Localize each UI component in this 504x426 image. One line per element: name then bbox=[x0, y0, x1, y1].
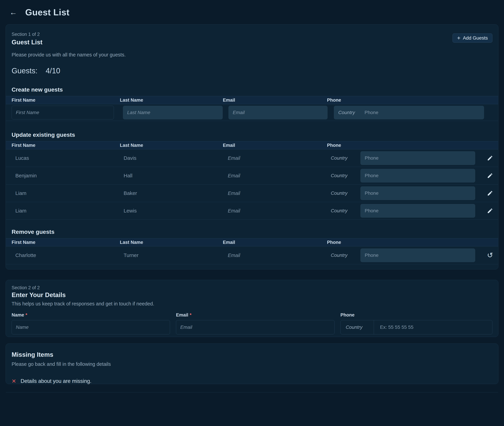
guests-counter: Guests: 4/10 bbox=[12, 66, 492, 75]
email-label-text: Email bbox=[176, 312, 188, 318]
country-select[interactable]: Country bbox=[341, 320, 374, 334]
arrow-left-icon: ← bbox=[10, 8, 17, 16]
column-header-email: Email bbox=[223, 143, 327, 148]
create-guests-heading: Create new guests bbox=[12, 86, 492, 93]
country-select[interactable]: Country bbox=[327, 191, 360, 196]
pencil-icon bbox=[487, 173, 493, 179]
update-guests-table: First Name Last Name Email Phone Lucas D… bbox=[6, 141, 498, 220]
guests-label: Guests: bbox=[12, 66, 37, 75]
your-details-card: Section 2 of 2 Enter Your Details This h… bbox=[6, 280, 498, 337]
country-select[interactable]: Country bbox=[334, 110, 364, 115]
your-phone-input[interactable] bbox=[374, 320, 492, 334]
new-last-name-input[interactable] bbox=[123, 106, 223, 119]
guest-email-placeholder: Email bbox=[223, 191, 327, 196]
edit-guest-button[interactable] bbox=[486, 206, 494, 215]
country-select[interactable]: Country bbox=[327, 173, 360, 178]
guest-email-placeholder: Email bbox=[223, 155, 327, 161]
missing-items-title: Missing Items bbox=[12, 344, 492, 358]
guest-last-name: Baker bbox=[120, 190, 223, 196]
guest-email-placeholder: Email bbox=[223, 173, 327, 178]
table-footer bbox=[6, 264, 498, 271]
guests-count: 4/10 bbox=[46, 66, 60, 75]
country-select[interactable]: Country bbox=[327, 208, 360, 213]
column-header-last-name: Last Name bbox=[120, 240, 223, 245]
remove-guests-heading: Remove guests bbox=[12, 228, 492, 235]
table-header-row: First Name Last Name Email Phone bbox=[6, 96, 498, 104]
create-guest-row: Country bbox=[6, 104, 498, 121]
add-guests-button[interactable]: + Add Guests bbox=[453, 33, 492, 43]
section-indicator: Section 1 of 2 bbox=[12, 25, 492, 37]
guest-phone-input[interactable] bbox=[360, 248, 475, 262]
guest-first-name: Charlotte bbox=[6, 252, 120, 258]
undo-icon: ↺ bbox=[487, 252, 493, 259]
guest-phone-input[interactable] bbox=[360, 151, 475, 165]
back-button[interactable]: ← bbox=[8, 7, 18, 17]
guest-row: Liam Lewis Email Country bbox=[6, 202, 498, 220]
guest-row: Lucas Davis Email Country bbox=[6, 149, 498, 167]
new-first-name-input[interactable] bbox=[12, 106, 114, 119]
column-header-first-name: First Name bbox=[6, 98, 120, 103]
guest-phone-input[interactable] bbox=[360, 204, 475, 218]
guest-row: Charlotte Turner Email Country ↺ bbox=[6, 246, 498, 264]
phone-label-text: Phone bbox=[341, 312, 355, 318]
error-x-icon: ✕ bbox=[12, 378, 16, 384]
create-guests-table: First Name Last Name Email Phone Country bbox=[6, 96, 498, 121]
pencil-icon bbox=[487, 190, 493, 196]
missing-item-text: Details about you are missing. bbox=[21, 378, 91, 384]
guest-last-name: Turner bbox=[120, 252, 223, 258]
column-header-phone: Phone bbox=[327, 98, 482, 103]
guest-last-name: Davis bbox=[120, 155, 223, 161]
guest-email-placeholder: Email bbox=[223, 253, 327, 258]
guest-first-name: Benjamin bbox=[6, 173, 120, 178]
column-header-email: Email bbox=[223, 98, 327, 103]
phone-label: Phone bbox=[341, 312, 492, 318]
guest-list-card: Section 1 of 2 Guest List + Add Guests P… bbox=[6, 24, 498, 270]
section-indicator: Section 2 of 2 bbox=[12, 280, 492, 291]
update-guests-heading: Update existing guests bbox=[12, 131, 492, 138]
required-marker: * bbox=[189, 312, 191, 318]
country-select[interactable]: Country bbox=[327, 253, 360, 258]
remove-guests-table: First Name Last Name Email Phone Charlot… bbox=[6, 238, 498, 271]
edit-guest-button[interactable] bbox=[486, 171, 494, 180]
name-label-text: Name bbox=[12, 312, 24, 318]
guest-phone-input[interactable] bbox=[360, 186, 475, 200]
page-title: Guest List bbox=[25, 7, 69, 17]
plus-icon: + bbox=[457, 35, 461, 41]
your-email-input[interactable] bbox=[176, 320, 334, 334]
edit-guest-button[interactable] bbox=[486, 189, 494, 198]
column-header-last-name: Last Name bbox=[120, 143, 223, 148]
column-header-phone: Phone bbox=[327, 143, 482, 148]
card-description: Please provide us with all the names of … bbox=[12, 52, 492, 58]
pencil-icon bbox=[487, 155, 493, 161]
guest-last-name: Hall bbox=[120, 173, 223, 178]
guest-first-name: Liam bbox=[6, 208, 120, 214]
card-title: Enter Your Details bbox=[12, 291, 492, 298]
missing-item: ✕ Details about you are missing. bbox=[12, 378, 492, 384]
edit-guest-button[interactable] bbox=[486, 154, 494, 163]
your-phone-field: Country bbox=[341, 320, 492, 334]
guest-row: Benjamin Hall Email Country bbox=[6, 167, 498, 185]
guest-email-placeholder: Email bbox=[223, 208, 327, 214]
new-phone-input[interactable] bbox=[364, 106, 484, 119]
guest-last-name: Lewis bbox=[120, 208, 223, 214]
missing-items-card: Missing Items Please go back and fill in… bbox=[6, 343, 498, 384]
column-header-first-name: First Name bbox=[6, 143, 120, 148]
top-bar: ← Guest List bbox=[0, 0, 504, 17]
new-email-input[interactable] bbox=[229, 106, 328, 119]
required-marker: * bbox=[26, 312, 28, 318]
column-header-phone: Phone bbox=[327, 240, 482, 245]
email-label: Email* bbox=[176, 312, 334, 318]
name-label: Name* bbox=[12, 312, 170, 318]
column-header-first-name: First Name bbox=[6, 240, 120, 245]
restore-guest-button[interactable]: ↺ bbox=[486, 250, 494, 260]
column-header-email: Email bbox=[223, 240, 327, 245]
guest-phone-input[interactable] bbox=[360, 169, 475, 183]
add-guests-label: Add Guests bbox=[463, 35, 488, 41]
divider bbox=[6, 392, 498, 392]
country-select[interactable]: Country bbox=[327, 155, 360, 161]
your-name-input[interactable] bbox=[12, 320, 170, 334]
table-header-row: First Name Last Name Email Phone bbox=[6, 238, 498, 246]
pencil-icon bbox=[487, 208, 493, 214]
card-description: This helps us keep track of responses an… bbox=[12, 301, 492, 307]
new-phone-field: Country bbox=[334, 106, 484, 119]
